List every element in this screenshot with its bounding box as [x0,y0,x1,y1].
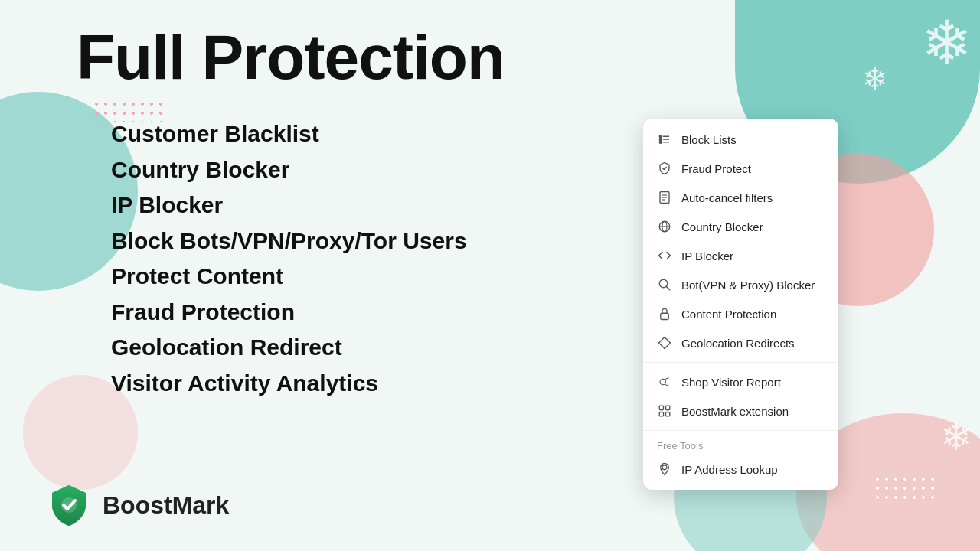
svg-line-15 [666,286,670,290]
diamond-icon [657,335,672,350]
code-icon [657,248,672,263]
snowflake-icon-1: ❄ [921,8,972,79]
svg-rect-16 [661,313,669,319]
report-icon [657,374,672,390]
svg-point-2 [659,139,662,141]
divider-1 [643,362,838,363]
pin-icon [657,461,672,477]
feature-item-8: Visitor Activity Analytics [111,368,467,399]
menu-item-content-protection[interactable]: Content Protection [643,299,838,328]
globe-icon [657,219,672,234]
logo: BoostMark [46,482,229,528]
menu-item-fraud-protect[interactable]: Fraud Protect [643,154,838,183]
menu-item-geolocation-redirects[interactable]: Geolocation Redirects [643,328,838,357]
page-title: Full Protection [77,23,505,92]
snowflake-icon-2: ❄ [862,61,888,96]
feature-item-6: Fraud Protection [111,297,467,328]
svg-point-3 [659,141,662,143]
menu-item-auto-cancel[interactable]: Auto-cancel filters [643,183,838,212]
menu-item-block-lists[interactable]: Block Lists [643,125,838,154]
feature-item-1: Customer Blacklist [111,119,467,150]
document-icon [657,190,672,205]
menu-label-auto-cancel: Auto-cancel filters [681,191,773,204]
svg-point-18 [660,379,666,385]
svg-rect-20 [666,406,670,409]
dots-decoration-bottom [873,474,934,505]
menu-label-shop-visitor-report: Shop Visitor Report [681,376,781,389]
feature-item-5: Protect Content [111,261,467,292]
menu-label-content-protection: Content Protection [681,308,776,321]
feature-item-2: Country Blocker [111,155,467,186]
grid-icon [657,403,672,419]
logo-shield-icon [46,482,92,528]
list-icon [657,132,672,147]
menu-label-boostmark-extension: BoostMark extension [681,405,789,418]
menu-label-bot-blocker: Bot(VPN & Proxy) Blocker [681,279,815,292]
menu-label-country-blocker: Country Blocker [681,220,763,233]
menu-item-boostmark-extension[interactable]: BoostMark extension [643,396,838,425]
menu-label-ip-address-lookup: IP Address Lookup [681,463,778,476]
menu-label-ip-blocker: IP Blocker [681,249,733,262]
lock-icon [657,306,672,321]
menu-item-ip-address-lookup[interactable]: IP Address Lookup [643,455,838,484]
menu-label-fraud-protect: Fraud Protect [681,162,751,175]
menu-item-bot-blocker[interactable]: Bot(VPN & Proxy) Blocker [643,270,838,299]
divider-2 [643,430,838,431]
search-icon [657,277,672,292]
feature-item-7: Geolocation Redirect [111,332,467,364]
menu-label-block-lists: Block Lists [681,133,737,146]
svg-marker-17 [659,337,671,349]
svg-rect-21 [659,412,663,416]
dropdown-menu: Block Lists Fraud Protect Auto-cancel fi… [643,119,838,490]
svg-point-1 [659,135,662,138]
feature-item-3: IP Blocker [111,190,467,221]
svg-rect-19 [659,406,663,409]
menu-label-geolocation-redirects: Geolocation Redirects [681,337,795,350]
menu-item-shop-visitor-report[interactable]: Shop Visitor Report [643,367,838,396]
feature-list: Customer Blacklist Country Blocker IP Bl… [111,119,467,403]
shield-check-icon [657,161,672,176]
section-label-free-tools: Free Tools [643,435,838,455]
snowflake-icon-3: ❄ [940,415,972,459]
svg-point-23 [662,465,667,470]
menu-item-ip-blocker[interactable]: IP Blocker [643,241,838,270]
feature-item-4: Block Bots/VPN/Proxy/Tor Users [111,226,467,257]
menu-item-country-blocker[interactable]: Country Blocker [643,212,838,241]
svg-rect-22 [666,412,670,416]
logo-text: BoostMark [103,491,229,520]
